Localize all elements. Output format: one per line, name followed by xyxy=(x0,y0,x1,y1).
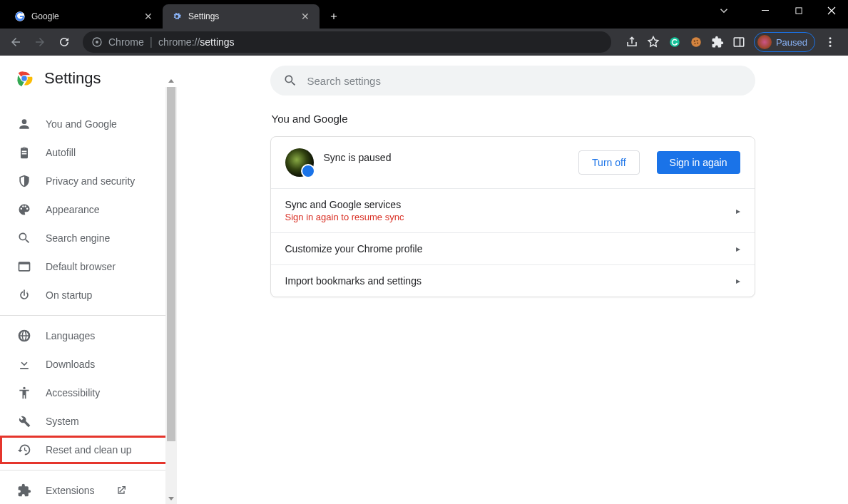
bookmark-star-icon[interactable] xyxy=(647,36,660,48)
extensions-puzzle-icon[interactable] xyxy=(711,36,724,48)
sidebar-item-extensions[interactable]: Extensions xyxy=(0,476,177,504)
svg-point-19 xyxy=(23,387,25,389)
nav-list: You and GoogleAutofillPrivacy and securi… xyxy=(0,101,177,504)
sidebar-header: Settings xyxy=(0,56,177,101)
site-info-icon[interactable] xyxy=(91,36,103,48)
svg-point-13 xyxy=(829,37,832,39)
settings-row-customize-your-chrome-profile[interactable]: Customize your Chrome profile▸ xyxy=(271,233,755,265)
extension-cookie-icon[interactable] xyxy=(690,36,703,48)
tab-settings[interactable]: Settings ✕ xyxy=(163,4,320,29)
sidebar-item-label: You and Google xyxy=(46,118,117,130)
back-button[interactable] xyxy=(6,32,26,52)
sign-in-again-button[interactable]: Sign in again xyxy=(657,151,740,174)
sidebar-item-you-and-google[interactable]: You and Google xyxy=(0,110,177,138)
row-subtext: Sign in again to resume sync xyxy=(285,212,736,222)
turn-off-button[interactable]: Turn off xyxy=(578,150,639,175)
sync-status-row: Sync is paused Turn off Sign in again xyxy=(271,137,755,189)
svg-point-10 xyxy=(697,43,698,44)
shield-icon xyxy=(17,174,31,188)
page-title: Settings xyxy=(44,69,101,88)
tab-search-icon[interactable] xyxy=(717,4,730,17)
address-bar[interactable]: Chrome | chrome://settings xyxy=(83,31,611,53)
search-settings[interactable] xyxy=(270,66,755,96)
gear-favicon-icon xyxy=(171,11,183,22)
forward-button[interactable] xyxy=(30,32,50,52)
person-icon xyxy=(17,117,31,131)
extension-grammarly-icon[interactable] xyxy=(668,36,681,48)
url-scheme: Chrome xyxy=(108,36,144,48)
svg-point-7 xyxy=(694,40,695,41)
clipboard-icon xyxy=(17,145,31,160)
profile-status-label: Paused xyxy=(776,37,807,48)
row-label: Sync and Google services xyxy=(285,199,736,210)
restore-icon xyxy=(17,443,31,457)
sidebar-item-accessibility[interactable]: Accessibility xyxy=(0,379,177,407)
sync-status-text: Sync is paused xyxy=(324,152,569,173)
download-icon xyxy=(17,357,31,371)
sidebar-item-appearance[interactable]: Appearance xyxy=(0,195,177,224)
svg-point-8 xyxy=(697,40,698,41)
profile-button[interactable]: Paused xyxy=(754,32,815,52)
sidebar-item-label: Search engine xyxy=(46,232,110,244)
sidebar-item-on-startup[interactable]: On startup xyxy=(0,281,177,309)
puzzle-icon xyxy=(17,483,31,498)
section-title: You and Google xyxy=(272,113,755,125)
tab-strip: Google ✕ Settings ✕ xyxy=(0,0,344,29)
url-text: chrome://settings xyxy=(158,36,235,48)
reload-button[interactable] xyxy=(54,32,74,52)
minimize-button[interactable] xyxy=(750,0,782,21)
row-label: Customize your Chrome profile xyxy=(285,243,736,254)
browser-icon xyxy=(17,259,31,274)
sidebar-item-label: Appearance xyxy=(46,204,100,215)
toolbar-actions: Paused xyxy=(620,32,842,52)
nav-divider xyxy=(0,315,177,316)
window-titlebar: Google ✕ Settings ✕ xyxy=(0,0,848,29)
globe-icon xyxy=(17,329,31,343)
svg-point-6 xyxy=(691,37,701,47)
sidebar-item-reset-and-clean-up[interactable]: Reset and clean up xyxy=(0,436,177,464)
sidebar-item-default-browser[interactable]: Default browser xyxy=(0,252,177,281)
settings-row-import-bookmarks-and-settings[interactable]: Import bookmarks and settings▸ xyxy=(271,265,755,297)
sidebar-item-system[interactable]: System xyxy=(0,407,177,436)
sidebar-item-downloads[interactable]: Downloads xyxy=(0,350,177,379)
close-icon[interactable]: ✕ xyxy=(300,11,311,22)
sidebar-scrollbar[interactable] xyxy=(165,87,177,504)
google-favicon-icon xyxy=(14,11,26,22)
new-tab-button[interactable] xyxy=(324,6,344,26)
tab-google[interactable]: Google ✕ xyxy=(6,4,163,29)
settings-page: Settings You and GoogleAutofillPrivacy a… xyxy=(0,56,848,504)
side-panel-icon[interactable] xyxy=(732,36,745,48)
profile-avatar-icon xyxy=(285,148,314,177)
sidebar-item-languages[interactable]: Languages xyxy=(0,322,177,350)
maximize-button[interactable] xyxy=(782,0,815,21)
sidebar-item-label: On startup xyxy=(46,289,92,301)
sidebar-item-autofill[interactable]: Autofill xyxy=(0,138,177,167)
svg-point-4 xyxy=(96,41,98,43)
search-icon xyxy=(17,231,31,245)
svg-rect-1 xyxy=(762,10,769,11)
sidebar-item-privacy-and-security[interactable]: Privacy and security xyxy=(0,167,177,195)
sidebar-item-label: Extensions xyxy=(46,485,94,496)
external-link-icon xyxy=(116,485,127,496)
sidebar-item-label: Reset and clean up xyxy=(46,444,132,456)
svg-point-14 xyxy=(829,41,832,43)
nav-divider xyxy=(0,470,177,470)
you-and-google-card: Sync is paused Turn off Sign in again Sy… xyxy=(270,136,755,297)
settings-sidebar: Settings You and GoogleAutofillPrivacy a… xyxy=(0,56,177,504)
power-icon xyxy=(17,288,31,302)
search-input[interactable] xyxy=(307,75,742,87)
palette-icon xyxy=(17,202,31,217)
close-window-button[interactable] xyxy=(815,0,848,21)
sidebar-item-label: Privacy and security xyxy=(46,175,135,187)
scrollbar-thumb[interactable] xyxy=(167,87,175,441)
settings-row-sync-and-google-services[interactable]: Sync and Google servicesSign in again to… xyxy=(271,189,755,233)
svg-point-9 xyxy=(695,43,696,44)
sidebar-item-search-engine[interactable]: Search engine xyxy=(0,224,177,252)
tab-title: Google xyxy=(31,11,143,21)
close-icon[interactable]: ✕ xyxy=(143,11,154,22)
share-icon[interactable] xyxy=(625,36,638,48)
menu-kebab-icon[interactable] xyxy=(824,36,837,48)
chevron-right-icon: ▸ xyxy=(736,206,740,216)
svg-point-15 xyxy=(829,45,832,47)
sidebar-item-label: Languages xyxy=(46,330,95,341)
